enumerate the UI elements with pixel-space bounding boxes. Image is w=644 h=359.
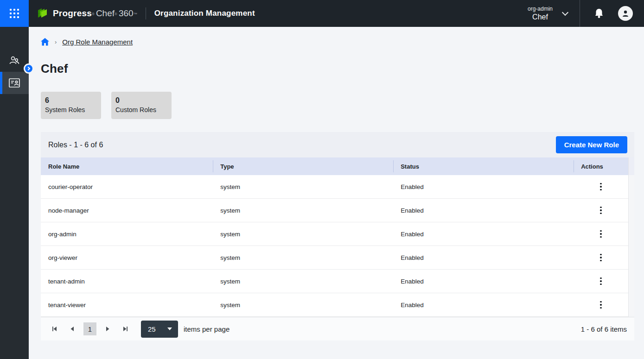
role-name-cell: courier-operator xyxy=(41,183,213,190)
pagination-bar: 1 25 items per page 1 - 6 of 6 items xyxy=(41,317,634,340)
main-content: › Org Role Management Chef 6 System Role… xyxy=(29,27,644,359)
custom-roles-count: 0 xyxy=(115,96,167,105)
last-page-icon xyxy=(122,326,128,332)
users-icon xyxy=(8,55,20,66)
status-cell: Enabled xyxy=(393,231,574,238)
system-roles-count: 6 xyxy=(45,96,97,105)
org-switcher-menu[interactable]: org-admin Chef xyxy=(528,5,567,22)
breadcrumb-separator: › xyxy=(55,38,57,45)
status-cell: Enabled xyxy=(393,254,574,261)
user-avatar-button[interactable] xyxy=(618,6,633,21)
dropdown-arrow-icon xyxy=(167,328,172,330)
row-actions-menu-button[interactable] xyxy=(597,180,605,194)
home-icon[interactable] xyxy=(41,38,49,46)
next-page-button[interactable] xyxy=(101,322,114,335)
sidebar-item-role-management[interactable] xyxy=(0,72,29,94)
page-size-value: 25 xyxy=(148,325,156,333)
table-row: node-manager system Enabled xyxy=(41,199,628,222)
person-icon xyxy=(621,9,630,18)
role-name-cell: org-viewer xyxy=(41,254,213,261)
page-size-dropdown[interactable]: 25 xyxy=(141,321,178,338)
table-scrollbar-thumb[interactable] xyxy=(629,157,634,175)
row-actions-menu-button[interactable] xyxy=(597,251,605,265)
top-header: Progress®Chef®360™ Organization Manageme… xyxy=(0,0,644,27)
items-per-page-label: items per page xyxy=(184,325,230,333)
page-title: Chef xyxy=(41,62,634,76)
waffle-icon xyxy=(10,9,19,18)
table-row: tenant-viewer system Enabled xyxy=(41,293,628,317)
status-cell: Enabled xyxy=(393,278,574,285)
table-title: Roles - 1 - 6 of 6 xyxy=(48,141,103,149)
role-card-icon xyxy=(8,78,20,88)
stat-card-system-roles: 6 System Roles xyxy=(41,92,101,119)
table-row: tenant-admin system Enabled xyxy=(41,270,628,293)
table-header-row: Role Name Type Status Actions xyxy=(41,157,628,175)
type-cell: system xyxy=(213,302,393,309)
chevron-down-icon xyxy=(562,9,568,16)
breadcrumb-link-org-role-management[interactable]: Org Role Management xyxy=(62,38,133,46)
table-row: courier-operator system Enabled xyxy=(41,175,628,199)
role-name-cell: tenant-viewer xyxy=(41,302,213,309)
stat-cards: 6 System Roles 0 Custom Roles xyxy=(41,92,634,119)
brand-360-text: 360 xyxy=(119,8,134,19)
system-roles-label: System Roles xyxy=(45,105,97,114)
row-actions-menu-button[interactable] xyxy=(597,204,605,217)
type-cell: system xyxy=(213,278,393,285)
type-cell: system xyxy=(213,183,393,190)
type-cell: system xyxy=(213,231,393,238)
first-page-button[interactable] xyxy=(48,322,61,335)
brand-tm-mark: ™ xyxy=(134,12,137,16)
table-toolbar: Roles - 1 - 6 of 6 Create New Role xyxy=(41,132,634,157)
role-name-cell: tenant-admin xyxy=(41,278,213,285)
status-cell: Enabled xyxy=(393,183,574,190)
custom-roles-label: Custom Roles xyxy=(115,105,167,114)
bell-icon xyxy=(594,8,604,19)
app-title: Organization Management xyxy=(154,9,255,18)
previous-page-icon xyxy=(70,326,75,332)
column-header-role-name: Role Name xyxy=(41,157,213,175)
row-actions-menu-button[interactable] xyxy=(597,298,605,312)
breadcrumb: › Org Role Management xyxy=(41,38,634,46)
brand-chef-text: Chef xyxy=(96,8,115,19)
user-role-label: org-admin xyxy=(528,5,553,13)
type-cell: system xyxy=(213,254,393,261)
brand-reg-mark2: ® xyxy=(115,12,117,16)
roles-table-card: Roles - 1 - 6 of 6 Create New Role Role … xyxy=(41,132,634,340)
column-header-actions: Actions xyxy=(574,157,628,175)
table-row: org-admin system Enabled xyxy=(41,222,628,246)
type-cell: system xyxy=(213,207,393,214)
brand-progress-text: Progress xyxy=(53,8,92,19)
stat-card-custom-roles: 0 Custom Roles xyxy=(111,92,172,119)
table-row: org-viewer system Enabled xyxy=(41,246,628,270)
header-divider xyxy=(146,7,146,19)
current-page-button[interactable]: 1 xyxy=(83,322,96,335)
progress-chevron-icon xyxy=(37,7,49,19)
roles-table: Role Name Type Status Actions courier-op… xyxy=(41,157,628,317)
column-header-status: Status xyxy=(393,157,574,175)
role-name-cell: org-admin xyxy=(41,231,213,238)
row-actions-menu-button[interactable] xyxy=(597,227,605,241)
row-actions-menu-button[interactable] xyxy=(597,275,605,288)
pagination-range-label: 1 - 6 of 6 items xyxy=(581,325,627,333)
status-cell: Enabled xyxy=(393,302,574,309)
status-cell: Enabled xyxy=(393,207,574,214)
notifications-button[interactable] xyxy=(594,8,604,19)
table-scrollbar-track[interactable] xyxy=(628,157,634,317)
brand-reg-mark: ® xyxy=(92,12,95,16)
column-header-type: Type xyxy=(213,157,393,175)
previous-page-button[interactable] xyxy=(66,322,79,335)
user-org-label: Chef xyxy=(532,13,548,22)
next-page-icon xyxy=(105,326,110,332)
app-launcher-button[interactable] xyxy=(0,0,29,27)
brand-logo: Progress®Chef®360™ xyxy=(37,7,137,19)
last-page-button[interactable] xyxy=(119,322,132,335)
sidebar-expand-button[interactable] xyxy=(24,63,34,74)
left-sidebar xyxy=(0,27,29,359)
create-new-role-button[interactable]: Create New Role xyxy=(556,136,627,153)
first-page-icon xyxy=(51,326,58,332)
role-name-cell: node-manager xyxy=(41,207,213,214)
